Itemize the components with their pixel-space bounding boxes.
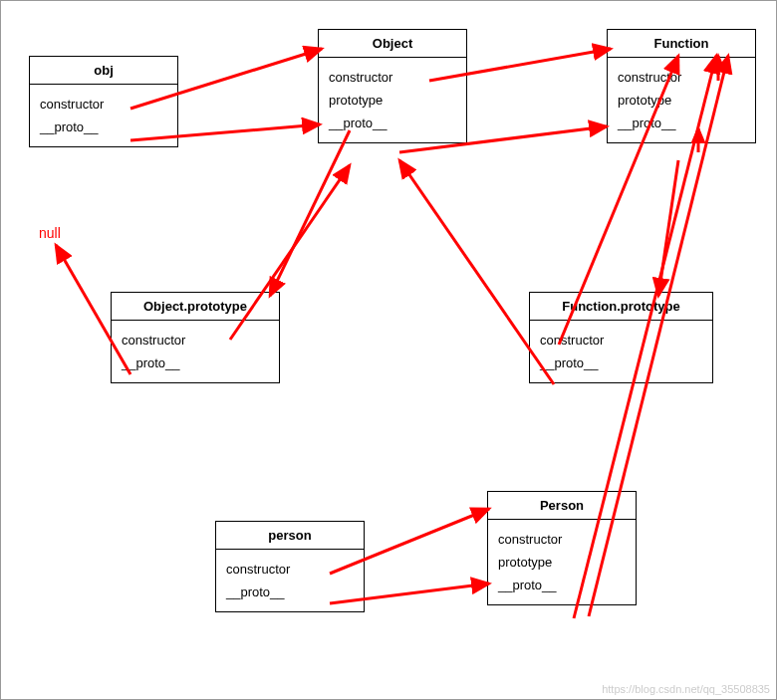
watermark: https://blog.csdn.net/qq_35508835 (602, 683, 770, 695)
box-object-prototype: Object.prototype constructor __proto__ (111, 292, 280, 383)
box-person: person constructor __proto__ (215, 521, 365, 612)
box-obj: obj constructor __proto__ (29, 56, 178, 147)
box-person-class-title: Person (488, 492, 636, 520)
box-function-prototype: Function.prototype constructor __proto__ (529, 292, 713, 383)
box-function-proto: __proto__ (618, 112, 745, 134)
box-object-constructor: constructor (329, 66, 456, 89)
box-function-prototype: prototype (618, 89, 745, 112)
box-object-title: Object (319, 30, 466, 58)
box-object-prototype-constructor: constructor (122, 329, 269, 351)
arrow-function-prototype-to-functionproto (658, 160, 678, 296)
box-function-prototype-title: Function.prototype (530, 293, 712, 321)
box-person-proto: __proto__ (226, 581, 354, 603)
box-function-prototype-constructor: constructor (540, 329, 702, 351)
box-person-class-proto: __proto__ (498, 574, 626, 596)
box-obj-constructor: constructor (40, 93, 167, 116)
box-obj-proto: __proto__ (40, 116, 167, 138)
box-function: Function constructor prototype __proto__ (607, 29, 756, 143)
box-object-prototype-proto: __proto__ (122, 351, 269, 374)
diagram-container: null obj constructor __proto__ Object co… (0, 0, 777, 700)
box-person-class-prototype: prototype (498, 551, 626, 574)
box-object-proto: __proto__ (329, 112, 456, 134)
box-person-class: Person constructor prototype __proto__ (487, 491, 637, 605)
box-person-constructor: constructor (226, 558, 354, 581)
box-obj-title: obj (30, 57, 177, 85)
box-function-constructor: constructor (618, 66, 745, 89)
box-person-title: person (216, 522, 364, 550)
box-object: Object constructor prototype __proto__ (318, 29, 467, 143)
box-function-prototype-proto: __proto__ (540, 351, 702, 374)
box-function-title: Function (608, 30, 755, 58)
box-object-prototype: prototype (329, 89, 456, 112)
box-object-prototype-title: Object.prototype (112, 293, 279, 321)
box-person-class-constructor: constructor (498, 528, 626, 551)
arrow-object-prototype-to-objectproto (270, 130, 350, 296)
null-label: null (39, 225, 61, 241)
